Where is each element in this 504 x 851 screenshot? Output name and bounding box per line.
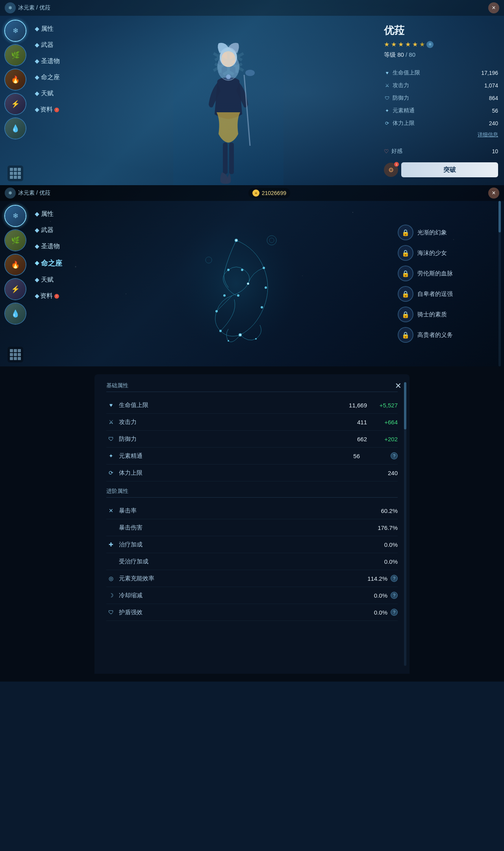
lock-icon-5: 🔒 <box>398 307 413 322</box>
menu-profile-label: 资料 <box>40 106 53 114</box>
constellation-5[interactable]: 🔒 骑士的素质 <box>398 307 500 322</box>
menu-talent[interactable]: 天赋 <box>31 86 78 101</box>
constellation-panel: ❄ 冰元素 / 优菈 ✦ 21026699 × ❄ 🌿 🔥 ⚡ 💧 <box>0 185 504 366</box>
panel3-scrollbar[interactable] <box>404 382 406 666</box>
panel2-menu-artifact[interactable]: 圣遗物 <box>31 239 78 254</box>
panel2-avatar-img-1: ❄ <box>5 206 26 226</box>
grid-button[interactable] <box>7 165 23 181</box>
star-4: ★ <box>405 41 411 48</box>
detail-close-button[interactable]: ✕ <box>393 380 404 391</box>
panel2-grid-button[interactable] <box>7 347 23 362</box>
stats-panel: 优菈 ★ ★ ★ ★ ★ ★ ❄ 等级 80 / 80 ♥ 生命值上限 17,1… <box>378 16 504 185</box>
avatar-4[interactable]: ⚡ <box>4 93 26 115</box>
p2-menu-constellation-label: 命之座 <box>41 258 62 268</box>
constellation-2[interactable]: 🔒 海沫的少女 <box>398 245 500 261</box>
detail-crit-dmg-row: 暴击伤害 176.7% <box>106 519 398 536</box>
stat-hp-label: ♥ 生命值上限 <box>384 69 420 76</box>
stat-atk-text: 攻击力 <box>393 82 409 89</box>
detail-heal-label: 治疗加成 <box>119 541 374 548</box>
svg-point-16 <box>223 294 226 297</box>
detail-cdr-help[interactable]: ? <box>391 592 398 599</box>
panel2-menu-attrs[interactable]: 属性 <box>31 207 78 221</box>
detail-def-icon: 🛡 <box>106 434 116 444</box>
detail-cdr-icon: ☽ <box>106 591 116 600</box>
avatar-img-4: ⚡ <box>5 94 26 114</box>
detail-recv-heal-value: 0.0% <box>374 558 398 565</box>
svg-point-7 <box>226 74 231 79</box>
constellation-3[interactable]: 🔒 劳伦斯的血脉 <box>398 266 500 281</box>
level-label: 等级 <box>384 51 396 58</box>
affection-text: 好感 <box>391 148 402 155</box>
svg-point-21 <box>255 338 257 340</box>
constellation-name-6: 高贵者的义务 <box>417 331 453 339</box>
panel2-menu-constellation[interactable]: 命之座 <box>31 255 78 271</box>
stat-em-text: 元素精通 <box>393 107 415 114</box>
detail-shield-help[interactable]: ? <box>391 609 398 616</box>
detail-stamina-label: 体力上限 <box>119 469 374 477</box>
panel2-menu-talent[interactable]: 天赋 <box>31 273 78 287</box>
constellation-name-2: 海沫的少女 <box>417 249 447 257</box>
avatar-3[interactable]: 🔥 <box>4 69 26 91</box>
detail-def-label: 防御力 <box>119 435 343 443</box>
svg-point-22 <box>228 340 229 342</box>
menu-attrs[interactable]: 属性 <box>31 22 78 36</box>
svg-point-17 <box>237 294 239 297</box>
em-icon: ✦ <box>384 108 390 114</box>
panel2-menu-weapon[interactable]: 武器 <box>31 223 78 238</box>
star-2: ★ <box>391 41 397 48</box>
avatar-img-3: 🔥 <box>5 69 26 90</box>
detail-def-bonus: +202 <box>370 436 398 442</box>
panel2-avatar-1[interactable]: ❄ <box>4 205 26 227</box>
detail-atk-bonus: +664 <box>370 419 398 426</box>
svg-point-10 <box>263 267 265 269</box>
detail-recv-heal-icon <box>106 557 116 566</box>
menu-profile[interactable]: 资料 ! <box>31 102 78 117</box>
avatar-2[interactable]: 🌿 <box>4 44 26 66</box>
svg-point-14 <box>219 330 222 332</box>
panel2-menu-profile[interactable]: 资料 ! <box>31 289 78 303</box>
constellation-6[interactable]: 🔒 高贵者的义务 <box>398 327 500 343</box>
detail-er-help[interactable]: ? <box>391 575 398 582</box>
panel2-avatar-4[interactable]: ⚡ <box>4 278 26 300</box>
lock-icon-3: 🔒 <box>398 266 413 281</box>
constellation-diagram-area <box>79 201 394 366</box>
avatar-1[interactable]: ❄ <box>4 20 26 42</box>
detail-stats-panel: ✕ 基础属性 ♥ 生命值上限 11,669 +5,527 ⚔ 攻击力 411 +… <box>94 374 410 674</box>
close-button[interactable]: × <box>488 2 499 13</box>
detail-em-help[interactable]: ? <box>391 452 398 459</box>
panel2-sidebar: ❄ 🌿 🔥 ⚡ 💧 <box>0 201 31 366</box>
detail-recv-heal-row: 受治疗加成 0.0% <box>106 553 398 570</box>
panel2-close-button[interactable]: × <box>488 188 499 199</box>
detail-link[interactable]: 详细信息 <box>384 131 498 138</box>
breakthrough-row: ⚙ 1 突破 <box>384 162 498 177</box>
menu-constellation[interactable]: 命之座 <box>31 70 78 85</box>
menu-weapon[interactable]: 武器 <box>31 38 78 52</box>
avatar-img-2: 🌿 <box>5 45 26 65</box>
constellation-4[interactable]: 🔒 自卑者的逞强 <box>398 286 500 302</box>
menu-artifact[interactable]: 圣遗物 <box>31 54 78 69</box>
stat-def-text: 防御力 <box>393 95 409 102</box>
stat-em-label: ✦ 元素精通 <box>384 107 415 114</box>
star-1: ★ <box>384 41 389 48</box>
avatar-5[interactable]: 💧 <box>4 117 26 139</box>
detail-heal-row: ✚ 治疗加成 0.0% <box>106 536 398 553</box>
svg-point-6 <box>245 70 255 76</box>
panel2-breadcrumb: 冰元素 / 优菈 <box>18 190 50 197</box>
constellation-1[interactable]: 🔒 光渐的幻象 <box>398 225 500 240</box>
advanced-stats-title: 进阶属性 <box>106 488 398 498</box>
stat-em-value: 56 <box>492 108 498 114</box>
top-nav-bar: ❄ 冰元素 / 优菈 × <box>0 0 504 16</box>
detail-crit-dmg-label: 暴击伤害 <box>119 524 374 531</box>
detail-crit-dmg-icon <box>106 523 116 532</box>
star-6: ★ <box>419 41 425 48</box>
lock-icon-1: 🔒 <box>398 225 413 240</box>
panel2-avatar-2[interactable]: 🌿 <box>4 229 26 251</box>
breakthrough-button[interactable]: 突破 <box>401 162 498 177</box>
panel2-scrollbar[interactable] <box>498 201 501 366</box>
diamond-icon-2 <box>35 43 39 47</box>
detail-shield-row: 🛡 护盾强效 0.0% ? <box>106 604 398 621</box>
detail-shield-label: 护盾强效 <box>119 609 364 616</box>
panel2-avatar-5[interactable]: 💧 <box>4 303 26 325</box>
panel2-avatar-3[interactable]: 🔥 <box>4 254 26 276</box>
breakthrough-icon[interactable]: ⚙ 1 <box>384 163 398 177</box>
